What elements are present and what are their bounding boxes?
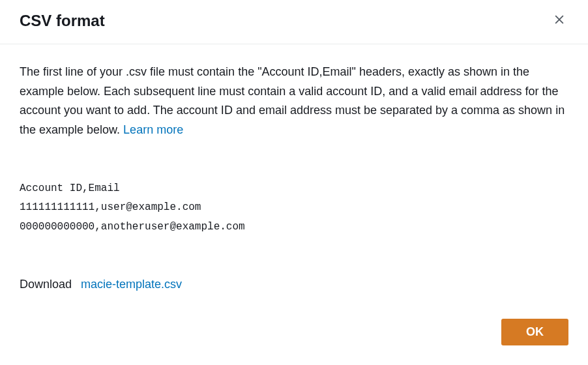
download-row: Download macie-template.csv [20,278,568,291]
close-button[interactable] [550,10,568,31]
dialog-title: CSV format [20,12,105,30]
csv-header-line: Account ID,Email [20,179,568,199]
learn-more-link[interactable]: Learn more [123,123,183,136]
ok-button[interactable]: OK [501,319,568,345]
close-icon [553,13,566,28]
csv-row-2: 000000000000,anotheruser@example.com [20,218,568,237]
download-label: Download [20,278,72,291]
dialog-body: The first line of your .csv file must co… [0,44,588,304]
instructions-text: The first line of your .csv file must co… [20,63,568,140]
dialog-header: CSV format [0,0,588,44]
csv-example-block: Account ID,Email 111111111111,user@examp… [20,179,568,237]
dialog-footer: OK [0,308,588,356]
instructions-paragraph: The first line of your .csv file must co… [20,65,565,136]
csv-row-1: 111111111111,user@example.com [20,198,568,218]
download-template-link[interactable]: macie-template.csv [81,278,182,291]
